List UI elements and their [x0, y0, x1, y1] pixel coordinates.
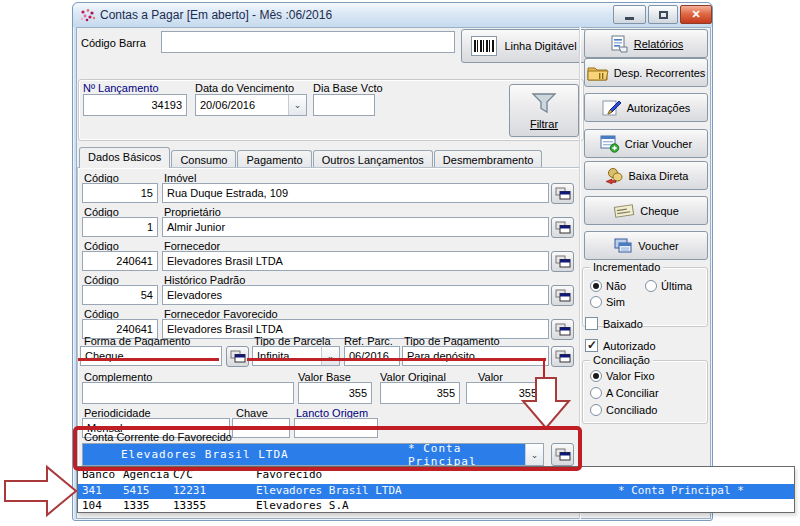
voucher-button[interactable]: Voucher: [584, 231, 708, 260]
baixa-direta-label: Baixa Direta: [629, 170, 689, 182]
autorizacoes-button[interactable]: Autorizações: [584, 93, 708, 122]
close-icon: ✕: [691, 9, 700, 20]
autorizado-checkbox[interactable]: Autorizado: [585, 339, 656, 352]
data-vencimento-label: Data do Vencimento: [195, 82, 294, 94]
no-lancamento-label: Nº Lançamento: [83, 82, 159, 94]
fornecedor-code-input[interactable]: [82, 251, 158, 271]
valor-base-input[interactable]: [298, 382, 372, 404]
radio-a-conciliar[interactable]: A Conciliar: [590, 387, 659, 399]
tab-desmembramento[interactable]: Desmembramento: [434, 150, 542, 168]
radio-icon: [590, 280, 602, 292]
fornecedor-name-input[interactable]: [162, 251, 549, 271]
linha-digitavel-button[interactable]: Linha Digitável: [461, 29, 587, 63]
radio-valor-fixo[interactable]: Valor Fixo: [590, 370, 655, 382]
codigo-barra-input[interactable]: [161, 31, 455, 53]
forma-pagamento-lookup-button[interactable]: [226, 346, 249, 367]
title-bar[interactable]: Contas a Pagar [Em aberto] - Mês :06/201…: [73, 3, 712, 27]
baixa-direta-button[interactable]: Baixa Direta: [584, 161, 708, 190]
imovel-name-input[interactable]: [162, 183, 549, 203]
tab-consumo[interactable]: Consumo: [171, 150, 236, 168]
cheque-icon: [613, 203, 635, 219]
annotation-right-arrow: [3, 464, 79, 518]
dropdown-row[interactable]: 104 1335 13355 Elevadores S.A: [78, 499, 794, 513]
screenshot-root: Contas a Pagar [Em aberto] - Mês :06/201…: [0, 0, 800, 526]
historico-name-input[interactable]: [162, 285, 549, 305]
imovel-code-input[interactable]: [82, 183, 158, 203]
radio-conciliado-label: Conciliado: [606, 404, 657, 416]
tab-pagamento[interactable]: Pagamento: [237, 150, 311, 168]
relatorios-button[interactable]: Relatórios: [584, 29, 708, 58]
criar-voucher-button[interactable]: Criar Voucher: [584, 129, 708, 158]
maximize-button[interactable]: [648, 5, 678, 24]
radio-conciliado[interactable]: Conciliado: [590, 404, 657, 416]
tipo-pagamento-lookup-button[interactable]: [551, 346, 574, 367]
proprietario-name-input[interactable]: [162, 217, 549, 237]
fornecedor-lookup-button[interactable]: [551, 251, 574, 272]
data-vencimento-value: 20/06/2016: [196, 95, 288, 115]
historico-lookup-button[interactable]: [551, 285, 574, 306]
checkbox-checked-icon: [585, 339, 598, 352]
cheque-button[interactable]: Cheque: [584, 196, 708, 225]
window-title: Contas a Pagar [Em aberto] - Mês :06/201…: [100, 8, 332, 22]
close-button[interactable]: ✕: [680, 5, 712, 24]
annotation-underline-forma-pagamento: [78, 358, 219, 361]
conciliacao-label: Conciliação: [590, 354, 653, 366]
tipo-parcela-combobox[interactable]: Infinita ⌄: [252, 346, 340, 366]
dropdown-row-selected[interactable]: 341 5415 12231 Elevadores Brasil LTDA * …: [78, 484, 794, 499]
ref-parc-input[interactable]: [344, 346, 400, 366]
dia-base-vcto-label: Dia Base Vcto: [313, 82, 383, 94]
chevron-down-icon[interactable]: ⌄: [321, 347, 339, 365]
tipo-pagamento-input[interactable]: [402, 346, 549, 366]
tipo-parcela-value: Infinita: [253, 347, 321, 365]
no-lancamento-input[interactable]: [83, 94, 187, 116]
historico-code-input[interactable]: [82, 285, 158, 305]
proprietario-code-input[interactable]: [82, 217, 158, 237]
radio-nao-label: Não: [606, 280, 626, 292]
lookup-window-icon: [555, 350, 571, 363]
proprietario-lookup-button[interactable]: [551, 217, 574, 238]
cell-flag: * Conta Principal *: [618, 484, 744, 497]
folder-icon: [587, 64, 609, 82]
tab-dados-basicos[interactable]: Dados Básicos: [79, 147, 170, 168]
cell-favorecido: Elevadores S.A: [256, 499, 349, 512]
filtrar-label: Filtrar: [530, 118, 558, 130]
cell-cc: 13355: [173, 499, 206, 512]
annotation-down-arrow: [520, 377, 572, 430]
valor-original-input[interactable]: [380, 382, 460, 404]
radio-ultima-label: Última: [661, 280, 692, 292]
lookup-window-icon: [555, 187, 571, 200]
radio-valor-fixo-label: Valor Fixo: [606, 370, 655, 382]
radio-sim[interactable]: Sim: [590, 296, 625, 308]
cell-agencia: 1335: [123, 499, 150, 512]
radio-ultima[interactable]: Última: [645, 280, 692, 292]
voucher-label: Voucher: [638, 240, 678, 252]
cell-banco: 104: [82, 499, 102, 512]
baixado-checkbox[interactable]: Baixado: [585, 317, 643, 330]
chevron-down-icon[interactable]: ⌄: [288, 95, 306, 115]
imovel-lookup-button[interactable]: [551, 183, 574, 204]
conciliacao-groupbox: Conciliação Valor Fixo A Conciliar Conci…: [582, 360, 708, 424]
barcode-icon: [471, 36, 497, 56]
lookup-window-icon: [555, 289, 571, 302]
radio-sim-label: Sim: [606, 296, 625, 308]
pen-icon: [602, 99, 622, 117]
tab-outros-lancamentos[interactable]: Outros Lançamentos: [313, 150, 433, 168]
cell-cc: 12231: [173, 484, 206, 497]
report-icon: [609, 35, 629, 53]
radio-icon: [645, 280, 657, 292]
autorizado-label: Autorizado: [603, 340, 656, 352]
complemento-input[interactable]: [82, 382, 294, 404]
autorizacoes-label: Autorizações: [627, 102, 691, 114]
fornecedor-favorecido-lookup-button[interactable]: [551, 319, 574, 340]
forma-pagamento-input[interactable]: [80, 346, 222, 366]
funnel-icon: [531, 92, 557, 114]
data-vencimento-combobox[interactable]: 20/06/2016 ⌄: [195, 94, 307, 116]
minimize-button[interactable]: [613, 5, 646, 24]
radio-nao[interactable]: Não: [590, 280, 626, 292]
filtrar-button[interactable]: Filtrar: [509, 84, 579, 137]
cell-favorecido: Elevadores Brasil LTDA: [256, 484, 402, 497]
dia-base-vcto-input[interactable]: [313, 94, 375, 116]
desp-recorrentes-button[interactable]: Desp. Recorrentes: [584, 58, 708, 87]
app-scatter-dots-icon: [80, 8, 96, 22]
conta-corrente-dropdown-list: Banco Agencia C/C Favorecido 341 5415 12…: [77, 466, 795, 513]
